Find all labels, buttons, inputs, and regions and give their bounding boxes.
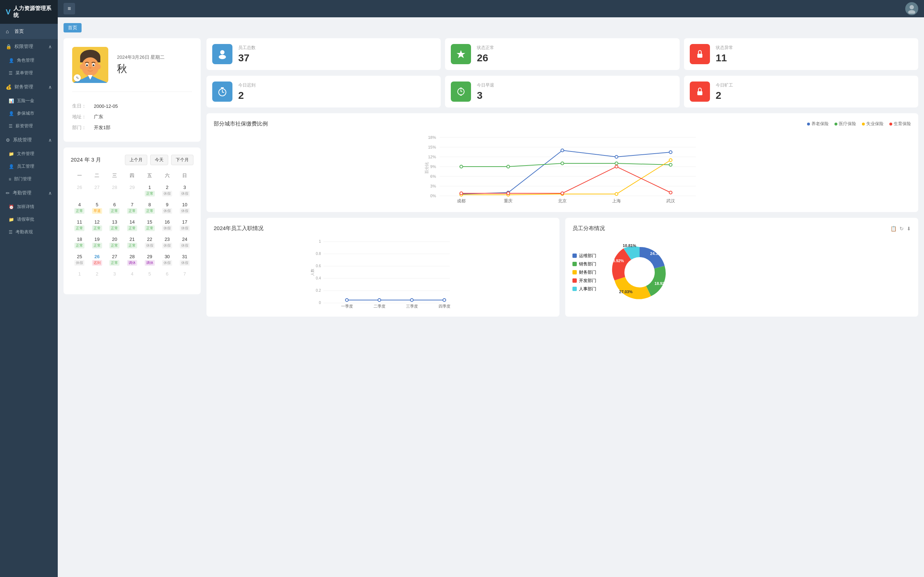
svg-point-47 [669, 151, 672, 154]
medical-label: 医疗保险 [839, 121, 856, 127]
calendar-cell[interactable]: 4 [123, 270, 141, 287]
calendar-cell[interactable]: 27正常 [106, 253, 123, 270]
sidebar-item-employee-mgmt[interactable]: 👤 员工管理 [3, 160, 58, 173]
cal-day-number: 24 [182, 237, 187, 242]
calendar-cell[interactable]: 12正常 [89, 218, 106, 235]
sidebar-group-system-header[interactable]: ⚙ 系统管理 ∧ [0, 132, 58, 148]
profile-details: 生日： 2000-12-05 地址： 广东 部门： 开发1部 [72, 101, 192, 133]
pie-chart-svg: 24.32% 18.92% 27.03% 18.92% 10.81% [604, 236, 676, 308]
calendar-cell[interactable]: 19正常 [89, 235, 106, 253]
calendar-cell[interactable]: 18正常 [71, 235, 89, 253]
calendar-cell[interactable]: 2 [89, 270, 106, 287]
cal-day-number: 27 [95, 185, 100, 190]
calendar-cell[interactable]: 1正常 [141, 183, 158, 200]
calendar-cell[interactable]: 26 [71, 183, 89, 200]
sidebar-group-permissions-header[interactable]: 🔒 权限管理 ∧ [0, 39, 58, 54]
cal-day-number: 5 [149, 271, 151, 277]
finance-dept-label: 财务部门 [579, 269, 596, 276]
calendar-cell[interactable]: 23休假 [158, 235, 176, 253]
sidebar-item-menu-mgmt[interactable]: ☰ 菜单管理 [3, 67, 58, 79]
calendar-cell[interactable]: 16休假 [158, 218, 176, 235]
sidebar-item-dept-mgmt[interactable]: ≡ 部门管理 [3, 173, 58, 185]
svg-point-83 [443, 298, 446, 301]
calendar-cell[interactable]: 2休假 [158, 183, 176, 200]
sidebar-item-attendance-perf[interactable]: ☰ 考勤表现 [3, 226, 58, 239]
sidebar-group-finance-header[interactable]: 💰 财务管理 ∧ [0, 79, 58, 95]
leave-icon: 📁 [9, 217, 14, 222]
calendar-cell[interactable]: 15正常 [141, 218, 158, 235]
cal-day-badge: 休假 [180, 191, 190, 197]
five-one-icon: 📊 [9, 98, 14, 103]
calendar-cell[interactable]: 29调休 [141, 253, 158, 270]
calendar-cell[interactable]: 28 [106, 183, 123, 200]
address-row: 地址： 广东 [72, 111, 192, 122]
calendar-cell[interactable]: 22休假 [141, 235, 158, 253]
cal-day-badge: 正常 [127, 226, 137, 231]
svg-text:四季度: 四季度 [439, 304, 451, 308]
calendar-cell[interactable]: 10休假 [176, 200, 194, 218]
calendar-cell[interactable]: 5 [141, 270, 158, 287]
calendar-cell[interactable]: 21正常 [123, 235, 141, 253]
cal-day-number: 14 [129, 219, 135, 225]
cal-day-number: 23 [165, 237, 170, 242]
total-employees-text: 员工总数 37 [238, 45, 255, 64]
calendar-cell[interactable]: 7正常 [123, 200, 141, 218]
calendar-cell[interactable]: 3 [106, 270, 123, 287]
cal-day-badge: 正常 [109, 226, 120, 231]
calendar-cell[interactable]: 11正常 [71, 218, 89, 235]
cal-day-badge: 休假 [162, 208, 172, 214]
calendar-cell[interactable]: 1 [71, 270, 89, 287]
calendar-cell[interactable]: 6正常 [106, 200, 123, 218]
sidebar-sub-system: 📁 文件管理 👤 员工管理 ≡ 部门管理 [0, 148, 58, 185]
total-employees-label: 员工总数 [238, 45, 255, 51]
dist-refresh-icon[interactable]: ↻ [900, 226, 904, 232]
calendar-cell[interactable]: 4正常 [71, 200, 89, 218]
calendar-cell[interactable]: 6 [158, 270, 176, 287]
calendar-cell[interactable]: 25休假 [71, 253, 89, 270]
sidebar-item-five-one[interactable]: 📊 五险一金 [3, 95, 58, 107]
calendar-cell[interactable]: 31休假 [176, 253, 194, 270]
sidebar-item-city[interactable]: 👤 参保城市 [3, 107, 58, 120]
cal-day-number: 6 [113, 202, 116, 207]
sidebar-item-home[interactable]: ⌂ 首页 [0, 24, 58, 39]
svg-text:15%: 15% [428, 145, 436, 149]
dist-actions: 📋 ↻ ⬇ [890, 226, 911, 232]
calendar-cell[interactable]: 7 [176, 270, 194, 287]
sidebar-item-salary[interactable]: ☰ 薪资管理 [3, 120, 58, 132]
next-month-button[interactable]: 下个月 [171, 155, 194, 165]
svg-point-84 [624, 257, 655, 287]
today-button[interactable]: 今天 [150, 155, 168, 165]
dist-download-icon[interactable]: ⬇ [907, 226, 911, 232]
calendar-cell[interactable]: 8正常 [141, 200, 158, 218]
calendar-cell[interactable]: 20正常 [106, 235, 123, 253]
calendar-cell[interactable]: 24休假 [176, 235, 194, 253]
cal-day-badge: 早退 [92, 208, 102, 214]
menu-toggle-button[interactable]: ≡ [63, 3, 75, 15]
calendar-cell[interactable]: 3休假 [176, 183, 194, 200]
total-employees-value: 37 [238, 52, 255, 64]
user-avatar[interactable] [905, 2, 918, 15]
sidebar-item-leave[interactable]: 📁 请假审批 [3, 213, 58, 226]
menu-mgmt-icon: ☰ [9, 71, 13, 76]
calendar-cell[interactable]: 9休假 [158, 200, 176, 218]
sidebar-item-file-mgmt[interactable]: 📁 文件管理 [3, 148, 58, 160]
calendar-cell[interactable]: 14正常 [123, 218, 141, 235]
calendar-cell[interactable]: 29 [123, 183, 141, 200]
legend-item-finance: 财务部门 [572, 269, 596, 276]
sidebar-group-attendance-header[interactable]: ✏ 考勤管理 ∧ [0, 185, 58, 200]
sidebar-item-overtime[interactable]: ⏰ 加班详情 [3, 200, 58, 213]
calendar-cell[interactable]: 26迟到 [89, 253, 106, 270]
calendar-cell[interactable]: 27 [89, 183, 106, 200]
edit-avatar-button[interactable]: ✎ [74, 74, 81, 82]
prev-month-button[interactable]: 上个月 [125, 155, 147, 165]
sidebar-item-role-mgmt[interactable]: 👤 角色管理 [3, 54, 58, 67]
calendar-cell[interactable]: 13正常 [106, 218, 123, 235]
calendar-cell[interactable]: 30休假 [158, 253, 176, 270]
calendar-cell[interactable]: 5早退 [89, 200, 106, 218]
absent-icon-bg [690, 82, 710, 102]
calendar-cell[interactable]: 28调休 [123, 253, 141, 270]
dist-report-icon[interactable]: 📋 [890, 226, 897, 232]
cal-day-badge: 调休 [127, 260, 137, 266]
calendar-cell[interactable]: 17休假 [176, 218, 194, 235]
salary-label: 薪资管理 [16, 123, 33, 129]
